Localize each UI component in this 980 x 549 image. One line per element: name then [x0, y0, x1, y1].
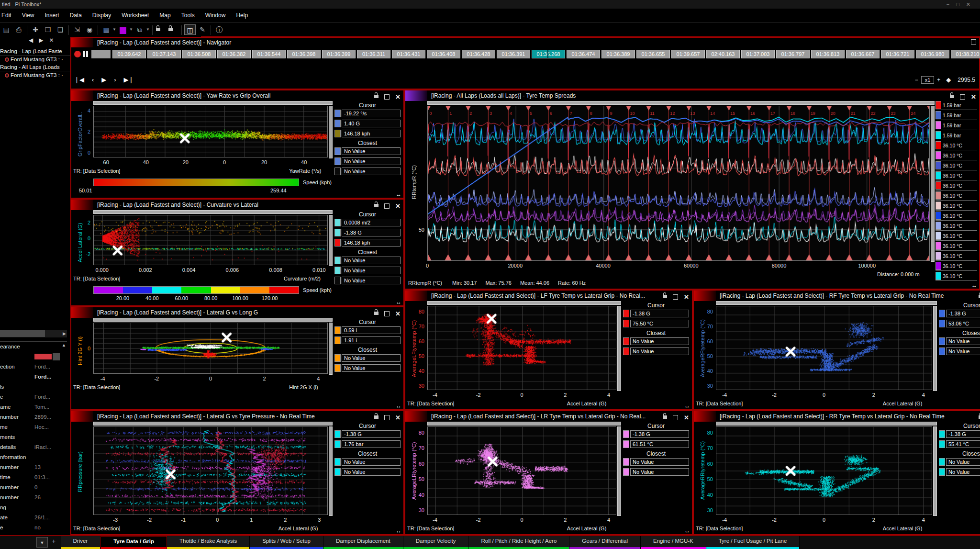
property-row[interactable]: ate26/1... [0, 513, 67, 523]
plot-area[interactable] [93, 318, 333, 375]
resize-handle[interactable]: ↔ [396, 299, 401, 305]
legend-entry[interactable]: 1.59 bar [935, 121, 977, 130]
property-row[interactable]: eFord... [0, 392, 67, 402]
panel-titlebar[interactable]: [iRacing - Lap (Load Fastest and Select)… [71, 200, 403, 210]
vertical-scrollbar[interactable] [329, 106, 333, 158]
legend-entry[interactable]: 36.10 °C [935, 222, 977, 231]
lock-icon[interactable] [374, 204, 379, 207]
lap-time-button[interactable]: 01:36.721 [881, 50, 914, 58]
menu-item-help[interactable]: Help [231, 9, 253, 22]
menu-item-display[interactable]: Display [87, 9, 116, 22]
resize-handle[interactable]: ↔ [396, 403, 401, 409]
tree-back-icon[interactable]: ◀ [29, 37, 33, 44]
legend-entry[interactable]: 36.10 °C [935, 252, 977, 261]
close-button[interactable]: ✕ [966, 1, 977, 7]
panel-titlebar[interactable]: [iRacing - Lap (Load Fastest and Select)… [694, 291, 980, 301]
plot-canvas[interactable] [716, 426, 932, 515]
maximize-icon[interactable] [384, 203, 390, 209]
close-icon[interactable]: ✕ [395, 93, 401, 101]
tree-forward-icon[interactable]: ▶ [39, 37, 43, 44]
tree-item-session[interactable]: Racing - All Laps (Loads [0, 63, 70, 71]
lap-time-button[interactable]: 01:36.813 [811, 50, 845, 58]
horizontal-scrollbar[interactable] [716, 301, 937, 305]
property-row[interactable]: eno [0, 523, 67, 533]
lap-time-button[interactable]: 01:36.667 [846, 50, 880, 58]
lap-time-button[interactable]: 01:36.408 [427, 50, 460, 58]
close-icon[interactable]: ✕ [395, 310, 401, 317]
zoom-level[interactable]: x1 [921, 76, 935, 84]
pause-button[interactable] [83, 51, 85, 57]
maximize-icon[interactable] [384, 311, 390, 316]
export-page-icon[interactable]: ⇲ [71, 24, 83, 35]
move-icon[interactable]: ✚ [30, 24, 41, 35]
horizontal-scrollbar[interactable] [427, 422, 621, 426]
property-row[interactable]: meHoc... [0, 422, 67, 432]
horizontal-scrollbar[interactable] [427, 301, 621, 305]
resize-handle[interactable]: ↔ [396, 191, 401, 198]
menu-item-window[interactable]: Window [200, 9, 231, 22]
go-end-button[interactable]: ▶❘ [124, 76, 134, 83]
copy-icon[interactable]: ❐ [42, 24, 54, 35]
vertical-scrollbar[interactable] [329, 215, 333, 266]
zoom-out-button[interactable]: − [915, 77, 918, 83]
properties-scroll-up[interactable]: ▲ [62, 343, 66, 347]
menu-item-edit[interactable]: Edit [0, 9, 17, 22]
step-back-button[interactable]: ‹ [92, 76, 94, 83]
plot-area[interactable] [93, 422, 333, 516]
tab-gears-differential[interactable]: Gears / Differential [569, 536, 641, 549]
legend-entry[interactable]: 36.10 °C [935, 242, 977, 251]
dropdown-arrow-icon[interactable]: ▼ [112, 23, 117, 36]
menu-item-tools[interactable]: Tools [176, 9, 200, 22]
property-row[interactable]: ectionFord... [0, 362, 67, 372]
legend-entry[interactable]: 36.10 °C [935, 212, 977, 221]
lock-icon[interactable] [663, 415, 667, 419]
export-data-icon[interactable]: ◉ [84, 24, 95, 35]
lap-time-button[interactable]: 01:36.391 [497, 50, 530, 58]
vertical-scrollbar[interactable] [329, 323, 333, 375]
window-titlebar[interactable]: tled - Pi Toolbox* −□✕ [0, 0, 980, 9]
record-button[interactable] [74, 51, 81, 57]
plot-area[interactable] [93, 101, 333, 158]
legend-entry[interactable]: 36.10 °C [935, 181, 977, 190]
step-forward-button[interactable]: › [114, 76, 116, 83]
lap-time-button[interactable]: 01:36.655 [636, 50, 670, 58]
lap-time-button[interactable]: 01:36.544 [252, 50, 286, 58]
lap-time-button[interactable]: 01:36.389 [601, 50, 635, 58]
property-row[interactable]: Ford... [0, 372, 67, 382]
legend-entry[interactable]: 36.10 °C [935, 151, 977, 160]
panel-titlebar[interactable]: [iRacing - Lap (Load Fastest and Select)… [405, 411, 692, 422]
property-row[interactable]: ls [0, 382, 67, 392]
lock-icon[interactable] [374, 415, 379, 419]
property-row[interactable]: number2899... [0, 412, 67, 422]
property-colour-swatch[interactable] [34, 354, 52, 359]
save-icon[interactable]: ▤ [0, 24, 12, 35]
close-icon[interactable]: ✕ [684, 293, 689, 301]
legend-entry[interactable]: 36.10 °C [935, 202, 977, 211]
menu-item-view[interactable]: View [17, 9, 40, 22]
property-row[interactable] [0, 352, 67, 362]
plot-canvas[interactable] [93, 106, 328, 157]
lap-time-button[interactable]: 01:37.003 [741, 50, 775, 58]
lap-time-button[interactable]: 01:36.797 [776, 50, 810, 58]
lap-time-button[interactable]: 01:36.398 [287, 50, 321, 58]
legend-entry[interactable]: 36.10 °C [935, 141, 977, 150]
legend-entry[interactable]: 1.59 bar [935, 101, 977, 110]
plot-canvas[interactable] [716, 306, 932, 390]
print-icon[interactable]: ⎙ [13, 24, 24, 35]
window-controls[interactable]: −□✕ [947, 0, 977, 9]
lap-time-button[interactable]: 01:38.210 [951, 50, 980, 58]
panel-titlebar[interactable]: [iRacing - Lap (Load Fastest and Select)… [71, 90, 403, 101]
dropdown-arrow-icon[interactable]: ▼ [146, 23, 150, 36]
legend-entry[interactable]: 36.10 °C [935, 171, 977, 180]
cascade-icon[interactable]: ⧉ [134, 24, 145, 35]
play-button[interactable]: ▶ [101, 76, 106, 83]
plot-canvas[interactable] [93, 323, 328, 374]
horizontal-scrollbar[interactable] [93, 422, 333, 426]
horizontal-scrollbar[interactable] [93, 101, 333, 105]
lap-time-button[interactable]: 01:36.431 [392, 50, 425, 58]
lap-time-button[interactable]: 01:36.268 [532, 50, 565, 58]
legend-entry[interactable]: 36.10 °C [935, 272, 977, 281]
minimize-button[interactable]: − [947, 1, 956, 7]
lap-time-button[interactable]: 01:36.311 [357, 50, 390, 58]
pencil-icon[interactable]: ✎ [197, 24, 208, 35]
